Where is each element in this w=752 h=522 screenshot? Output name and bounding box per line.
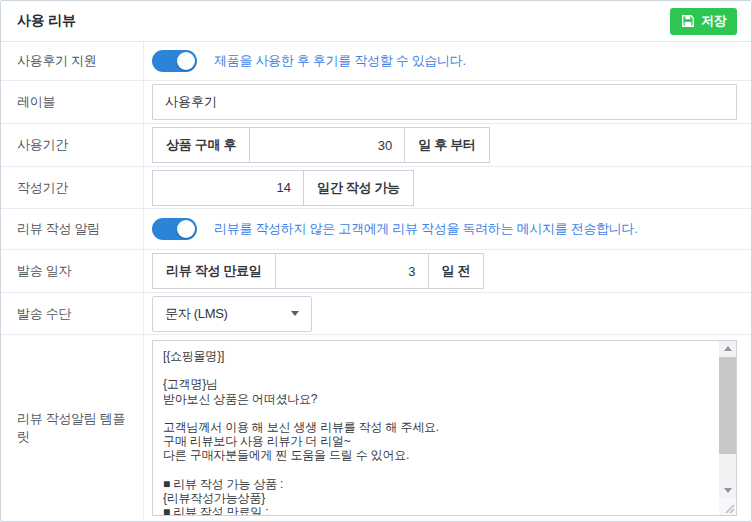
row-send-method: 발송 수단 문자 (LMS) — [1, 293, 751, 335]
row-label-write-period: 작성기간 — [1, 167, 144, 208]
row-label-template: 리뷰 작성알림 템플릿 — [1, 335, 144, 521]
usage-period-prefix: 상품 구매 후 — [152, 127, 250, 163]
row-label-field: 레이블 — [1, 81, 751, 124]
send-method-select[interactable]: 문자 (LMS) — [152, 296, 312, 332]
resize-grip-icon[interactable] — [719, 498, 736, 515]
label-input[interactable] — [152, 84, 737, 120]
row-template: 리뷰 작성알림 템플릿 [{쇼핑몰명}] {고객명}님 받아보신 상품은 어떠셨… — [1, 335, 751, 521]
row-send-date: 발송 일자 리뷰 작성 만료일 일 전 — [1, 250, 751, 293]
review-notify-toggle[interactable] — [152, 218, 197, 240]
row-label-send-date: 발송 일자 — [1, 250, 144, 292]
usage-period-suffix: 일 후 부터 — [404, 127, 489, 163]
toggle-knob — [177, 52, 195, 70]
row-label-label: 레이블 — [1, 81, 144, 123]
floppy-save-icon — [681, 14, 695, 28]
save-button[interactable]: 저장 — [670, 8, 737, 35]
toggle-knob — [177, 220, 195, 238]
write-period-input[interactable] — [152, 170, 304, 206]
send-date-input[interactable] — [275, 253, 429, 289]
send-method-selected-value: 문자 (LMS) — [165, 305, 228, 323]
usage-period-input[interactable] — [249, 127, 405, 163]
row-label-usage-period: 사용기간 — [1, 124, 144, 166]
scrollbar-thumb[interactable] — [719, 357, 736, 454]
scrollbar-down-arrow-icon[interactable] — [719, 483, 736, 498]
chevron-down-icon — [291, 311, 299, 316]
review-support-toggle[interactable] — [152, 50, 197, 72]
usage-review-settings-card: 사용 리뷰 저장 사용후기 지원 제품을 사용한 후 후기를 작성할 수 있습니… — [0, 0, 752, 522]
row-write-period: 작성기간 일간 작성 가능 — [1, 167, 751, 209]
row-label-review-notify: 리뷰 작성 알림 — [1, 209, 144, 249]
scrollbar-up-arrow-icon[interactable] — [719, 341, 736, 356]
card-header: 사용 리뷰 저장 — [1, 1, 751, 42]
write-period-suffix: 일간 작성 가능 — [303, 170, 414, 206]
row-usage-period: 사용기간 상품 구매 후 일 후 부터 — [1, 124, 751, 167]
row-review-support: 사용후기 지원 제품을 사용한 후 후기를 작성할 수 있습니다. — [1, 42, 751, 81]
row-label-review-support: 사용후기 지원 — [1, 42, 144, 80]
row-review-notify: 리뷰 작성 알림 리뷰를 작성하지 않은 고객에게 리뷰 작성을 독려하는 메시… — [1, 209, 751, 250]
send-date-prefix: 리뷰 작성 만료일 — [152, 253, 276, 289]
review-support-help: 제품을 사용한 후 후기를 작성할 수 있습니다. — [214, 52, 466, 70]
template-textarea[interactable]: [{쇼핑몰명}] {고객명}님 받아보신 상품은 어떠셨나요? 고객님께서 이용… — [153, 341, 719, 515]
review-notify-help: 리뷰를 작성하지 않은 고객에게 리뷰 작성을 독려하는 메시지를 전송합니다. — [214, 220, 638, 238]
page-title: 사용 리뷰 — [17, 12, 76, 30]
scrollbar-track[interactable] — [719, 341, 736, 498]
save-button-label: 저장 — [701, 12, 726, 30]
send-date-suffix: 일 전 — [428, 253, 485, 289]
row-label-send-method: 발송 수단 — [1, 293, 144, 334]
template-textarea-wrap: [{쇼핑몰명}] {고객명}님 받아보신 상품은 어떠셨나요? 고객님께서 이용… — [152, 340, 737, 516]
